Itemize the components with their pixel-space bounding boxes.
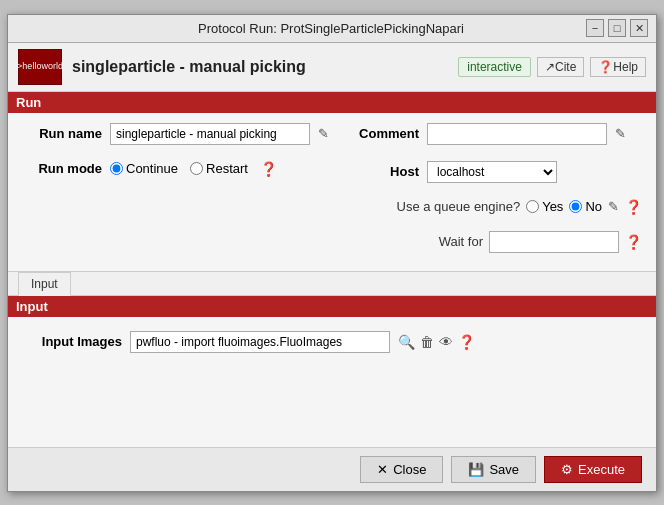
comment-label: Comment (359, 126, 419, 141)
execute-label: Execute (578, 462, 625, 477)
run-mode-label: Run mode (22, 161, 102, 176)
save-icon: 💾 (468, 462, 484, 477)
input-images-row: Input Images pwfluo - import fluoimages.… (22, 331, 642, 353)
tabs-area: Input (8, 272, 656, 296)
input-images-label: Input Images (22, 334, 122, 349)
wait-input[interactable] (489, 231, 619, 253)
save-button[interactable]: 💾 Save (451, 456, 536, 483)
queue-help-icon[interactable]: ❓ (625, 199, 642, 215)
main-window: Protocol Run: ProtSingleParticlePickingN… (7, 14, 657, 492)
title-bar: Protocol Run: ProtSingleParticlePickingN… (8, 15, 656, 43)
interactive-badge: interactive (458, 57, 531, 77)
maximize-button[interactable]: □ (608, 19, 626, 37)
save-label: Save (489, 462, 519, 477)
run-name-input[interactable] (110, 123, 310, 145)
close-button[interactable]: ✕ Close (360, 456, 443, 483)
queue-no-label[interactable]: No (569, 199, 602, 214)
continue-radio-label[interactable]: Continue (110, 161, 178, 176)
hello-world-icon: >hello world (18, 49, 62, 85)
cite-button[interactable]: ↗Cite (537, 57, 584, 77)
input-images-value: pwfluo - import fluoimages.FluoImages (130, 331, 390, 353)
queue-yes-radio[interactable] (526, 200, 539, 213)
run-mode-row: Run mode Continue Restart ❓ (22, 161, 329, 177)
window-title: Protocol Run: ProtSingleParticlePickingN… (76, 21, 586, 36)
input-icons: 🔍 🗑 👁 ❓ (398, 334, 475, 350)
icon-text-2: world (41, 61, 63, 72)
run-form-right: Comment ✎ Host localhost Use a queue eng… (359, 123, 642, 261)
queue-label: Use a queue engine? (397, 199, 521, 214)
header-bar: >hello world singleparticle - manual pic… (8, 43, 656, 92)
wait-label: Wait for (439, 234, 483, 249)
run-mode-help-icon[interactable]: ❓ (260, 161, 277, 177)
restart-radio[interactable] (190, 162, 203, 175)
window-controls: − □ ✕ (586, 19, 648, 37)
search-icon[interactable]: 🔍 (398, 334, 415, 350)
run-form-left: Run name ✎ Run mode Continue Resta (22, 123, 329, 261)
restart-label: Restart (206, 161, 248, 176)
input-help-icon[interactable]: ❓ (458, 334, 475, 350)
input-content: Input Images pwfluo - import fluoimages.… (8, 317, 656, 447)
host-row: Host localhost (359, 161, 642, 183)
close-icon: ✕ (377, 462, 388, 477)
execute-icon: ⚙ (561, 462, 573, 477)
queue-yes-label[interactable]: Yes (526, 199, 563, 214)
continue-radio[interactable] (110, 162, 123, 175)
protocol-title: singleparticle - manual picking (72, 58, 448, 76)
tab-input[interactable]: Input (18, 272, 71, 296)
queue-no-text: No (585, 199, 602, 214)
run-form: Run name ✎ Run mode Continue Resta (8, 113, 656, 272)
queue-row: Use a queue engine? Yes No ✎ ❓ (359, 199, 642, 215)
host-select[interactable]: localhost (427, 161, 557, 183)
close-label: Close (393, 462, 426, 477)
comment-row: Comment ✎ (359, 123, 642, 145)
icon-text-1: >hello (17, 61, 41, 72)
minimize-button[interactable]: − (586, 19, 604, 37)
run-section-header: Run (8, 92, 656, 113)
run-name-row: Run name ✎ (22, 123, 329, 145)
wait-row: Wait for ❓ (359, 231, 642, 253)
help-button[interactable]: ❓Help (590, 57, 646, 77)
queue-edit-icon[interactable]: ✎ (608, 199, 619, 214)
execute-button[interactable]: ⚙ Execute (544, 456, 642, 483)
view-icon[interactable]: 👁 (439, 334, 453, 350)
run-name-label: Run name (22, 126, 102, 141)
queue-yes-text: Yes (542, 199, 563, 214)
input-section-header: Input (8, 296, 656, 317)
host-label: Host (359, 164, 419, 179)
queue-no-radio[interactable] (569, 200, 582, 213)
footer: ✕ Close 💾 Save ⚙ Execute (8, 447, 656, 491)
comment-input[interactable] (427, 123, 607, 145)
window-close-button[interactable]: ✕ (630, 19, 648, 37)
continue-label: Continue (126, 161, 178, 176)
run-name-edit-icon[interactable]: ✎ (318, 126, 329, 141)
wait-help-icon[interactable]: ❓ (625, 234, 642, 250)
restart-radio-label[interactable]: Restart (190, 161, 248, 176)
input-images-text: pwfluo - import fluoimages.FluoImages (136, 335, 342, 349)
comment-edit-icon[interactable]: ✎ (615, 126, 626, 141)
run-mode-radio-group: Continue Restart ❓ (110, 161, 277, 177)
header-right: interactive ↗Cite ❓Help (458, 57, 646, 77)
delete-icon[interactable]: 🗑 (420, 334, 434, 350)
